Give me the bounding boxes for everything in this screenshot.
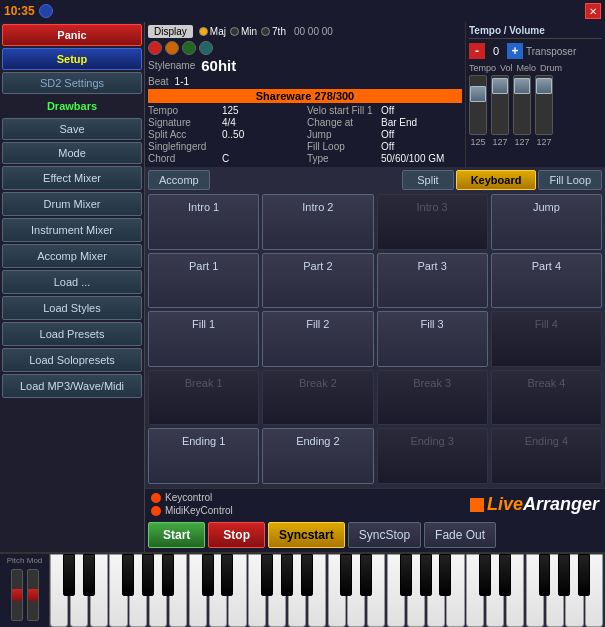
piano-container[interactable] [50, 554, 605, 627]
tempo-slider-thumb[interactable] [470, 86, 486, 102]
black-key-16[interactable] [499, 554, 511, 596]
black-key-3[interactable] [142, 554, 154, 596]
melo-slider-thumb[interactable] [514, 78, 530, 94]
radio-7th[interactable]: 7th [261, 26, 286, 37]
black-key-18[interactable] [558, 554, 570, 596]
black-key-19[interactable] [578, 554, 590, 596]
arrange-btn-ending-1[interactable]: Ending 1 [148, 428, 259, 484]
keyboard-button[interactable]: Keyboard [456, 170, 537, 190]
close-button[interactable]: ✕ [585, 3, 601, 19]
fadeout-button[interactable]: Fade Out [424, 522, 496, 548]
info-fillloop-label: Fill Loop [307, 141, 377, 152]
save-button[interactable]: Save [2, 118, 142, 140]
black-key-12[interactable] [400, 554, 412, 596]
tempo-slider-wrap: 125 [469, 75, 487, 147]
drum-slider-track[interactable] [535, 75, 553, 135]
keycontrol-indicator: Keycontrol [151, 492, 233, 503]
radio-maj[interactable]: Maj [199, 26, 226, 37]
arrange-btn-intro-2[interactable]: Intro 2 [262, 194, 373, 250]
instrument-mixer-button[interactable]: Instrument Mixer [2, 218, 142, 242]
black-key-14[interactable] [439, 554, 451, 596]
black-key-6[interactable] [221, 554, 233, 596]
drum-mixer-button[interactable]: Drum Mixer [2, 192, 142, 216]
main-window: 10:35 ✕ Panic Setup SD2 Settings Drawbar… [0, 0, 605, 627]
info-singlefinger: Singlefingerd [148, 141, 303, 152]
load-styles-button[interactable]: Load Styles [2, 296, 142, 320]
info-split: Split Acc 0..50 [148, 129, 303, 140]
arrange-btn-part-1[interactable]: Part 1 [148, 253, 259, 309]
radio-min[interactable]: Min [230, 26, 257, 37]
arrange-btn-part-3[interactable]: Part 3 [377, 253, 488, 309]
arrange-btn-fill-1[interactable]: Fill 1 [148, 311, 259, 367]
black-key-2[interactable] [122, 554, 134, 596]
black-key-13[interactable] [420, 554, 432, 596]
arrange-btn-fill-3[interactable]: Fill 3 [377, 311, 488, 367]
black-key-9[interactable] [301, 554, 313, 596]
melo-slider-track[interactable] [513, 75, 531, 135]
black-key-10[interactable] [340, 554, 352, 596]
black-key-8[interactable] [281, 554, 293, 596]
load-button[interactable]: Load ... [2, 270, 142, 294]
sd2-settings-button[interactable]: SD2 Settings [2, 72, 142, 94]
syncstop-button[interactable]: SyncStop [348, 522, 421, 548]
black-key-7[interactable] [261, 554, 273, 596]
mode-button[interactable]: Mode [2, 142, 142, 164]
syncstart-button[interactable]: Syncstart [268, 522, 345, 548]
black-key-4[interactable] [162, 554, 174, 596]
info-velo-value: Off [381, 105, 394, 116]
arrange-section: Accomp Split Keyboard Fill Loop Intro 1I… [145, 167, 605, 488]
black-key-11[interactable] [360, 554, 372, 596]
info-velo-label: Velo start Fill 1 [307, 105, 377, 116]
vol-slider-thumb[interactable] [492, 78, 508, 94]
load-presets-button[interactable]: Load Presets [2, 322, 142, 346]
tempo-slider-track[interactable] [469, 75, 487, 135]
info-fillloop: Fill Loop Off [307, 141, 462, 152]
effect-mixer-button[interactable]: Effect Mixer [2, 166, 142, 190]
black-key-15[interactable] [479, 554, 491, 596]
vol-slider-track[interactable] [491, 75, 509, 135]
display-header: Display Maj Min [148, 25, 462, 38]
pitch-slider[interactable] [11, 569, 23, 621]
info-tempo-label: Tempo [148, 105, 218, 116]
stop-button[interactable]: Stop [208, 522, 265, 548]
led-2 [165, 41, 179, 55]
black-key-5[interactable] [202, 554, 214, 596]
drawbars-button[interactable]: Drawbars [2, 96, 142, 116]
mod-thumb[interactable] [28, 589, 38, 601]
display-section: Display Maj Min [145, 22, 465, 167]
fillloop-button[interactable]: Fill Loop [538, 170, 602, 190]
mod-slider[interactable] [27, 569, 39, 621]
arrange-btn-part-2[interactable]: Part 2 [262, 253, 373, 309]
transposer-label: Transposer [526, 46, 576, 57]
black-key-17[interactable] [539, 554, 551, 596]
tempo-plus-button[interactable]: + [507, 43, 523, 59]
arrange-btn-ending-3: Ending 3 [377, 428, 488, 484]
arrange-btn-part-4[interactable]: Part 4 [491, 253, 602, 309]
stylename-row: Stylename 60hit [148, 57, 462, 74]
arrange-btn-jump[interactable]: Jump [491, 194, 602, 250]
pitch-mod-label: Pitch Mod [7, 556, 43, 565]
start-button[interactable]: Start [148, 522, 205, 548]
pitch-thumb[interactable] [12, 589, 22, 601]
arrange-btn-intro-1[interactable]: Intro 1 [148, 194, 259, 250]
split-button[interactable]: Split [402, 170, 453, 190]
load-solopresets-button[interactable]: Load Solopresets [2, 348, 142, 372]
pitch-mod-section: Pitch Mod [0, 554, 50, 627]
black-key-0[interactable] [63, 554, 75, 596]
arrange-btn-fill-2[interactable]: Fill 2 [262, 311, 373, 367]
load-mp3-button[interactable]: Load MP3/Wave/Midi [2, 374, 142, 398]
info-type-label: Type [307, 153, 377, 164]
arrange-btn-ending-2[interactable]: Ending 2 [262, 428, 373, 484]
drum-slider-thumb[interactable] [536, 78, 552, 94]
drum-slider-wrap: 127 [535, 75, 553, 147]
piano-keyboard[interactable] [50, 554, 605, 627]
stylename-value: 60hit [201, 57, 236, 74]
black-key-1[interactable] [83, 554, 95, 596]
display-tab[interactable]: Display [148, 25, 193, 38]
setup-button[interactable]: Setup [2, 48, 142, 70]
accomp-button[interactable]: Accomp [148, 170, 210, 190]
right-panel: Display Maj Min [145, 22, 605, 552]
accomp-mixer-button[interactable]: Accomp Mixer [2, 244, 142, 268]
panic-button[interactable]: Panic [2, 24, 142, 46]
tempo-minus-button[interactable]: - [469, 43, 485, 59]
